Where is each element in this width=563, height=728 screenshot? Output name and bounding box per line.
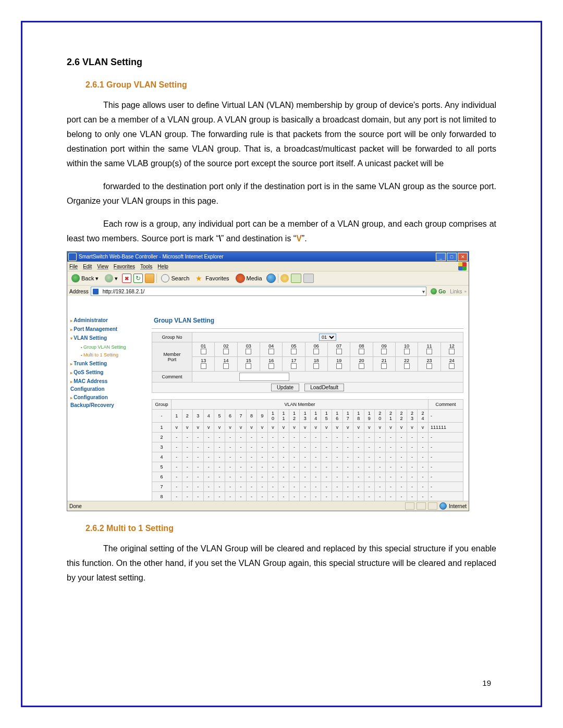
sidebar: Administrator Port Management VLAN Setti… (67, 314, 150, 501)
group-no-label: Group No (152, 332, 192, 342)
menu-edit[interactable]: Edit (83, 264, 92, 269)
comment-input[interactable] (239, 373, 289, 381)
status-box (428, 502, 437, 510)
th-vlan-member: VLAN Member (172, 400, 429, 410)
divider (152, 328, 463, 329)
search-label: Search (171, 275, 189, 281)
go-button[interactable]: Go (429, 287, 448, 295)
status-box (417, 502, 426, 510)
heading-2-6-1: 2.6.1 Group VLAN Setting (85, 80, 496, 90)
status-done: Done (69, 503, 82, 509)
address-dropdown-icon[interactable]: ▾ (422, 289, 425, 294)
sidebar-sub-group-vlan[interactable]: Group VLAN Setting (81, 343, 149, 351)
comment-label: Comment (152, 372, 192, 382)
address-field[interactable]: http://192.168.2.1/ ▾ (91, 287, 427, 296)
sidebar-item-qos[interactable]: QoS Setting (70, 369, 149, 377)
page-icon (92, 288, 99, 295)
windows-logo-icon (458, 262, 467, 270)
status-box (405, 502, 414, 510)
port-cell: 01 (192, 342, 215, 357)
search-button[interactable]: Search (159, 273, 191, 283)
para-261c: Each row is a group, any individual port… (67, 217, 496, 246)
load-default-button[interactable]: LoadDefault (304, 384, 344, 391)
ie-statusbar: Done Internet (67, 501, 469, 511)
ports-row-bottom: 13 14 15 16 17 18 19 20 21 22 23 (152, 357, 463, 372)
para-261a: This page allows user to define Virtual … (67, 98, 496, 171)
member-port-label: Member Port (152, 342, 192, 372)
sidebar-item-mac[interactable]: MAC Address Configuration (70, 378, 149, 393)
close-button[interactable]: ✕ (458, 253, 468, 261)
history-icon[interactable] (266, 274, 276, 283)
ie-menubar: File Edit View Favorites Tools Help (67, 262, 469, 271)
port-checkbox[interactable] (201, 349, 206, 354)
menu-tools[interactable]: Tools (140, 264, 152, 269)
home-icon[interactable] (145, 274, 154, 283)
heading-2-6: 2.6 VLAN Setting (67, 57, 496, 68)
group-form-table: Group No 01 Member Port 01 02 03 04 (152, 332, 463, 393)
para-261b: forwarded to the destination port only i… (67, 179, 496, 208)
sidebar-item-admin[interactable]: Administrator (70, 317, 149, 325)
sidebar-item-trunk[interactable]: Trunk Setting (70, 360, 149, 368)
para-262: The original setting of the VLAN Group w… (67, 541, 496, 585)
ie-titlebar: SmartSwitch Web-Base Controller - Micros… (67, 252, 469, 262)
internet-zone-icon (439, 502, 447, 510)
menu-view[interactable]: View (97, 264, 108, 269)
heading-2-6-2: 2.6.2 Multi to 1 Setting (85, 524, 496, 533)
stop-icon[interactable]: ✖ (122, 274, 131, 283)
refresh-icon[interactable]: ↻ (133, 274, 143, 283)
vlan-member-table: Group VLAN Member Comment -1234567891011… (152, 399, 463, 502)
go-icon (431, 288, 437, 294)
menu-help[interactable]: Help (157, 264, 168, 269)
print-icon[interactable] (291, 274, 301, 283)
update-button[interactable]: Update (271, 384, 299, 391)
favorites-label: Favorites (205, 275, 229, 281)
address-label: Address (69, 289, 89, 294)
group-no-select[interactable]: 01 (319, 334, 336, 341)
menu-file[interactable]: File (69, 264, 78, 269)
back-button[interactable]: Back ▾ (69, 273, 101, 283)
back-icon (71, 274, 80, 282)
page-number: 19 (482, 678, 491, 687)
para-261c-suffix: ”. (302, 234, 307, 243)
sidebar-item-vlan[interactable]: VLAN Setting (70, 335, 149, 342)
para-261c-v: V (296, 234, 302, 243)
ie-screenshot: SmartSwitch Web-Base Controller - Micros… (67, 251, 469, 511)
forward-icon (105, 274, 113, 282)
media-label: Media (247, 275, 262, 281)
panel-title: Group VLAN Setting (154, 317, 463, 324)
ie-icon (68, 253, 77, 261)
ie-toolbar: Back ▾ ▾ ✖ ↻ Search ★Favorites Media (67, 271, 469, 286)
sidebar-sub-multi[interactable]: Multi to 1 Setting (81, 351, 149, 359)
ie-title-text: SmartSwitch Web-Base Controller - Micros… (79, 254, 436, 260)
ports-row-top: Member Port 01 02 03 04 05 06 07 08 09 1 (152, 342, 463, 357)
favorites-button[interactable]: ★Favorites (193, 273, 231, 283)
search-icon (161, 274, 169, 282)
th-comment: Comment (429, 400, 463, 410)
menu-favorites[interactable]: Favorites (114, 264, 135, 269)
para-261c-mid: ” and destination is “ (221, 234, 296, 243)
forward-button[interactable]: ▾ (103, 273, 120, 283)
sidebar-item-portmgmt[interactable]: Port Management (70, 326, 149, 334)
star-icon: ★ (195, 274, 204, 282)
edit-icon[interactable] (303, 274, 314, 283)
status-zone: Internet (449, 503, 467, 509)
minimize-button[interactable]: _ (436, 253, 446, 261)
media-button[interactable]: Media (234, 273, 264, 284)
address-url: http://192.168.2.1/ (103, 289, 145, 294)
back-label: Back (81, 275, 94, 281)
links-label[interactable]: Links (450, 289, 462, 294)
th-group: Group (152, 400, 172, 410)
media-icon (236, 274, 245, 283)
go-label: Go (438, 289, 446, 294)
main-panel: Group VLAN Setting Group No 01 Member Po… (150, 314, 469, 501)
mail-icon[interactable] (280, 274, 289, 282)
sidebar-item-config[interactable]: Configuration Backup/Recovery (70, 394, 149, 409)
maximize-button[interactable]: □ (447, 253, 457, 261)
